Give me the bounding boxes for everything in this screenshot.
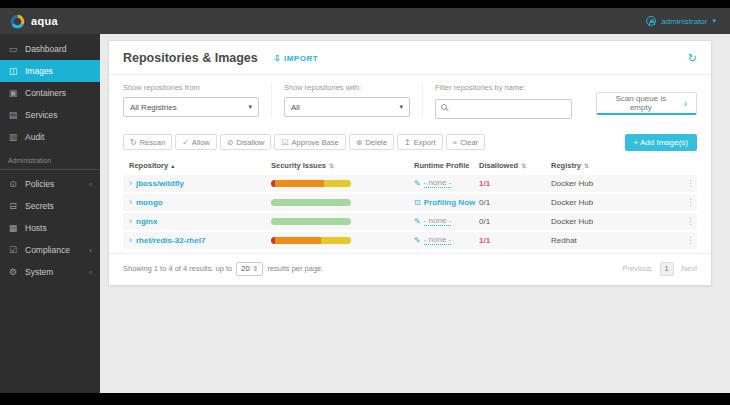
sidebar-item-secrets[interactable]: ⊟Secrets — [0, 195, 100, 217]
secrets-icon: ⊟ — [8, 201, 18, 211]
sidebar-item-compliance[interactable]: ☑Compliance‹ — [0, 239, 100, 261]
per-page-select[interactable]: 20 ⇕ — [236, 262, 263, 276]
toolbar-button-label: Rescan — [140, 138, 165, 147]
app-window: aqua administrator ▾ ▭Dashboard◫Images▣C… — [0, 8, 730, 393]
repository-link[interactable]: ›jboss/wildfly — [129, 178, 184, 188]
repository-link[interactable]: ›nginx — [129, 216, 157, 226]
registry-cell: Docker Hub — [551, 198, 679, 207]
security-issues-bar — [271, 237, 351, 244]
repository-link[interactable]: ›mongo — [129, 197, 163, 207]
clear-button[interactable]: ×Clear — [446, 134, 486, 150]
import-icon: ⇩ — [274, 54, 281, 63]
column-header-label: Repository — [129, 161, 168, 170]
approve-base-button[interactable]: ☑Approve Base — [274, 134, 345, 150]
main-content: Repositories & Images ⇩ IMPORT ↻ Show re… — [100, 34, 730, 393]
chevron-down-icon: ▾ — [399, 103, 403, 111]
add-images-button[interactable]: + Add Image(s) — [625, 134, 697, 151]
sidebar-item-audit[interactable]: ▥Audit — [0, 126, 100, 148]
sidebar-item-label: Dashboard — [25, 44, 67, 54]
row-menu-icon[interactable]: ⋮ — [686, 197, 697, 207]
export-button[interactable]: ↥Export — [397, 134, 442, 150]
registry-cell: Docker Hub — [551, 217, 679, 226]
column-header-repository[interactable]: Repository▴ — [123, 161, 271, 170]
edit-icon: ✎ — [414, 217, 421, 226]
scan-queue-button[interactable]: Scan queue is empty › — [596, 92, 697, 115]
runtime-profile-cell[interactable]: ✎- none - — [414, 235, 479, 245]
name-filter-label: Filter repositories by name: — [435, 83, 572, 92]
runtime-profile-value: - none - — [424, 216, 452, 226]
pagination: Previous 1 Next — [622, 262, 697, 276]
rescan-button[interactable]: ↻Rescan — [123, 134, 172, 150]
allow-button[interactable]: ✓Allow — [175, 134, 217, 150]
allow-icon: ✓ — [182, 138, 189, 147]
chevron-right-icon: › — [129, 235, 132, 245]
column-header-disallowed[interactable]: Disallowed⇅ — [479, 161, 551, 170]
repository-cell: ›nginx — [123, 216, 271, 226]
runtime-profile-cell[interactable]: ✎- none - — [414, 216, 479, 226]
security-bar-segment — [275, 237, 321, 244]
sidebar-item-system[interactable]: ⚙System‹ — [0, 261, 100, 283]
runtime-profile-cell[interactable]: ⊡Profiling Now — [414, 198, 479, 207]
chevron-down-icon: ▾ — [712, 17, 716, 25]
import-button[interactable]: ⇩ IMPORT — [274, 54, 318, 63]
security-issues-bar — [271, 180, 351, 187]
with-filter-select[interactable]: All ▾ — [284, 97, 410, 117]
refresh-button[interactable]: ↻ — [688, 53, 697, 64]
repository-cell: ›mongo — [123, 197, 271, 207]
filter-group-name: Filter repositories by name: — [435, 83, 584, 119]
sort-icon: ⇅ — [329, 162, 334, 169]
registry-filter-select[interactable]: All Registries ▾ — [123, 97, 259, 117]
filter-group-registry: Show repositories from All Registries ▾ — [123, 83, 272, 117]
page-number-button[interactable]: 1 — [660, 262, 674, 276]
repository-name-filter-input[interactable] — [435, 99, 572, 119]
security-bar-segment — [271, 218, 351, 225]
sidebar-item-services[interactable]: ▤Services — [0, 104, 100, 126]
row-menu-icon[interactable]: ⋮ — [686, 235, 697, 245]
column-header-label: Disallowed — [479, 161, 518, 170]
refresh-icon: ↻ — [688, 52, 697, 64]
sidebar-item-containers[interactable]: ▣Containers — [0, 82, 100, 104]
chevron-right-icon: › — [129, 178, 132, 188]
runtime-profile-cell[interactable]: ✎- none - — [414, 178, 479, 188]
row-menu-cell: ⋮ — [679, 235, 697, 245]
runtime-profile-value: Profiling Now — [424, 198, 476, 207]
column-header-runtime-profile[interactable]: Runtime Profile — [414, 161, 479, 170]
chevron-left-icon: ‹ — [89, 268, 92, 277]
security-bar-segment — [321, 237, 351, 244]
security-bar-segment — [271, 199, 351, 206]
sidebar-item-images[interactable]: ◫Images — [0, 60, 100, 82]
repositories-card: Repositories & Images ⇩ IMPORT ↻ Show re… — [108, 40, 712, 286]
table-row: ›nginx✎- none -0/1Docker Hub⋮ — [123, 213, 697, 230]
row-menu-icon[interactable]: ⋮ — [686, 178, 697, 188]
previous-page-button[interactable]: Previous — [622, 264, 651, 273]
column-header-label: Registry — [551, 161, 581, 170]
card-header: Repositories & Images ⇩ IMPORT ↻ — [109, 41, 711, 75]
toolbar-button-label: Clear — [460, 138, 478, 147]
delete-button[interactable]: ⊗Delete — [349, 134, 394, 150]
toolbar-button-label: Export — [414, 138, 436, 147]
sort-icon: ⇅ — [521, 162, 526, 169]
column-header-registry[interactable]: Registry⇅ — [551, 161, 679, 170]
user-menu[interactable]: administrator ▾ — [646, 16, 716, 26]
disallow-button[interactable]: ⊘Disallow — [220, 134, 272, 150]
user-icon — [646, 16, 656, 26]
repository-link[interactable]: ›rhel/redis-32-rhel7 — [129, 235, 205, 245]
sidebar-item-policies[interactable]: ⊙Policies‹ — [0, 173, 100, 195]
sidebar-item-label: Images — [25, 66, 53, 76]
sidebar-item-hosts[interactable]: ▦Hosts — [0, 217, 100, 239]
security-issues-cell — [271, 237, 414, 244]
repositories-table: Repository▴Security Issues⇅Runtime Profi… — [109, 156, 711, 249]
security-issues-cell — [271, 199, 414, 206]
sidebar-item-dashboard[interactable]: ▭Dashboard — [0, 38, 100, 60]
column-header-security-issues[interactable]: Security Issues⇅ — [271, 161, 414, 170]
row-menu-icon[interactable]: ⋮ — [686, 216, 697, 226]
table-header-row: Repository▴Security Issues⇅Runtime Profi… — [123, 158, 697, 173]
system-icon: ⚙ — [8, 267, 18, 277]
security-issues-cell — [271, 218, 414, 225]
next-page-button[interactable]: Next — [682, 264, 697, 273]
sort-icon: ⇅ — [584, 162, 589, 169]
registry-cell: Redhat — [551, 236, 679, 245]
chevron-left-icon: ‹ — [89, 180, 92, 189]
search-icon — [441, 104, 447, 110]
runtime-profile-value: - none - — [424, 178, 452, 188]
